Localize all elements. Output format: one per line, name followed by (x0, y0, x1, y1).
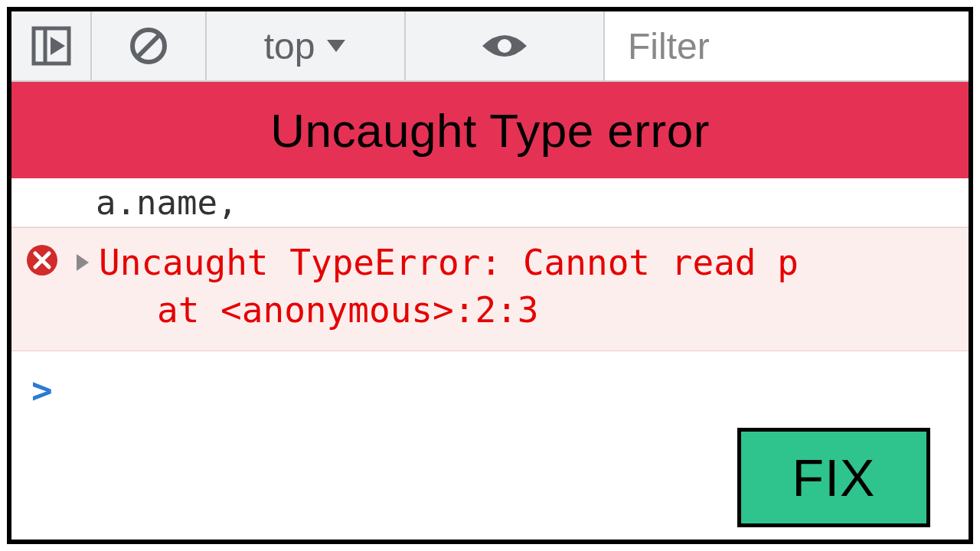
fix-button[interactable]: FIX (737, 428, 930, 527)
live-expression-button[interactable] (406, 11, 605, 80)
svg-marker-10 (77, 254, 89, 271)
context-label: top (264, 25, 315, 67)
devtools-toolbar: top (11, 11, 969, 82)
chevron-down-icon (325, 35, 347, 57)
banner-title: Uncaught Type error (270, 103, 710, 158)
filter-input[interactable] (628, 25, 969, 67)
console-prompt[interactable]: > (11, 351, 969, 411)
svg-marker-2 (51, 37, 65, 55)
panel-play-icon (31, 26, 71, 66)
fix-label: FIX (792, 448, 876, 507)
error-icon (25, 243, 59, 280)
svg-line-4 (137, 34, 160, 57)
error-line-2: at <anonymous>:2:3 (157, 289, 539, 331)
error-line-1: Uncaught TypeError: Cannot read p (99, 239, 799, 286)
context-selector[interactable]: top (207, 11, 406, 80)
code-text: a.name, (96, 183, 237, 222)
app-frame: top Uncaught Type error a.name, (7, 7, 973, 544)
svg-marker-5 (327, 40, 345, 52)
svg-point-6 (498, 39, 511, 53)
no-entry-icon (128, 25, 169, 67)
console-error-entry[interactable]: Uncaught TypeError: Cannot read p at <an… (11, 227, 969, 351)
error-message-body: Uncaught TypeError: Cannot read p at <an… (74, 239, 799, 334)
title-banner: Uncaught Type error (11, 82, 969, 178)
toggle-drawer-button[interactable] (11, 11, 92, 80)
filter-section (605, 11, 969, 80)
code-line: a.name, (11, 178, 969, 227)
eye-icon (479, 29, 530, 63)
expand-icon[interactable] (74, 252, 91, 273)
prompt-caret-icon: > (31, 370, 53, 411)
clear-console-button[interactable] (92, 11, 207, 80)
